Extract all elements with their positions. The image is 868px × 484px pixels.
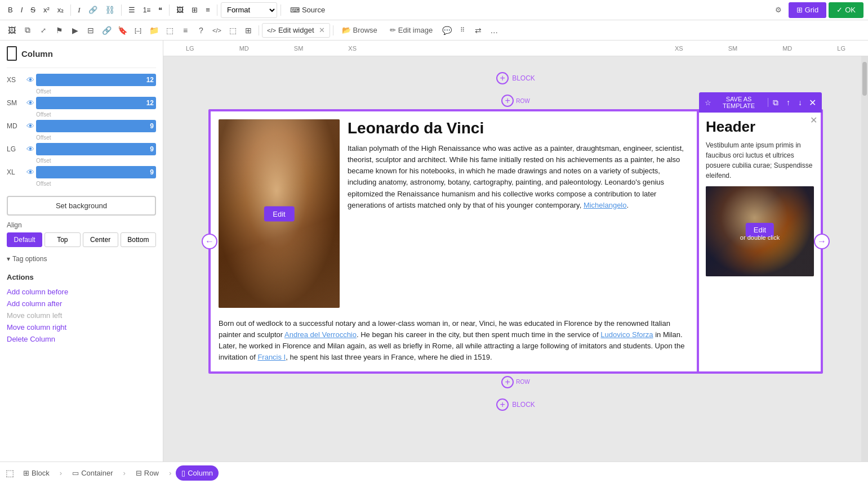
bp-label-md: MD <box>7 122 25 130</box>
tb2-folder-icon[interactable]: 📁 <box>146 23 161 38</box>
tb2-image-icon[interactable]: 🖼 <box>5 23 19 38</box>
tb2-flag-icon[interactable]: ⚑ <box>52 23 66 38</box>
michelangelo-link[interactable]: Michelangelo <box>584 201 627 209</box>
col-nav-right-button[interactable]: → <box>814 234 830 249</box>
bp-bar-md[interactable]: 9 <box>36 120 156 132</box>
bp-bar-xs: XS <box>348 45 357 52</box>
align-top-button[interactable]: Top <box>44 232 80 247</box>
tb2-move-icon[interactable]: ⤢ <box>36 23 51 38</box>
leo-edit-button[interactable]: Edit <box>264 206 294 221</box>
tb2-copy-icon[interactable]: ⧉ <box>20 23 35 38</box>
ol-button[interactable]: 1≡ <box>140 2 154 18</box>
move-column-right-link[interactable]: Move column right <box>7 321 156 333</box>
browse-button[interactable]: 📂 Browse <box>336 23 383 38</box>
tb2-widget-icon[interactable]: ⬚ <box>225 23 240 38</box>
tb2-grid-icon[interactable]: ⊟ <box>83 23 98 38</box>
quote-button[interactable]: ❝ <box>155 2 166 18</box>
superscript-button[interactable]: x² <box>40 2 53 18</box>
vertical-scrollbar[interactable] <box>861 56 868 461</box>
settings-button[interactable]: ⚙ <box>771 2 786 18</box>
add-block-bottom[interactable]: + BLOCK <box>197 394 834 415</box>
breadcrumb-row[interactable]: ⊟ Row <box>130 465 164 481</box>
edit-widget-button[interactable]: </> Edit widget ✕ <box>262 23 330 38</box>
ul-button[interactable]: ☰ <box>125 2 139 18</box>
block-bc-icon: ⊞ <box>23 469 29 477</box>
col-nav-left-button[interactable]: ← <box>202 234 217 249</box>
bp-bar-xs[interactable]: 12 <box>36 74 156 86</box>
tb2-more-icon[interactable]: … <box>487 23 501 38</box>
tb2-dialog-icon[interactable]: 💬 <box>439 23 454 38</box>
tag-options-row[interactable]: ▾ Tag options <box>7 253 156 265</box>
rct-close-button[interactable]: ✕ <box>807 97 818 108</box>
add-block-top[interactable]: + BLOCK <box>197 68 834 89</box>
add-block-circle-top[interactable]: + <box>496 72 509 84</box>
bp-bar-sm[interactable]: 12 <box>36 97 156 109</box>
sforza-link[interactable]: Ludovico Sforza <box>600 330 653 339</box>
bold-button[interactable]: B <box>5 2 16 18</box>
francis-link[interactable]: Francis I <box>257 353 286 361</box>
verrocchio-link[interactable]: Andrea del Verrocchio <box>284 330 357 339</box>
breadcrumb-container[interactable]: ▭ Container <box>66 465 118 481</box>
bp-eye-lg[interactable]: 👁 <box>25 145 36 154</box>
italic-button[interactable]: I <box>17 2 26 18</box>
align-bottom-button[interactable]: Bottom <box>121 232 156 247</box>
bp-value-lg: 9 <box>150 145 154 153</box>
canvas-wrapper: + BLOCK + ROW ← <box>163 56 868 461</box>
right-col-close-button[interactable]: ✕ <box>810 115 817 126</box>
bp-eye-md[interactable]: 👁 <box>25 122 36 131</box>
image-button[interactable]: 🖼 <box>173 2 187 18</box>
edit-image-button[interactable]: ✏ Edit image <box>384 23 438 38</box>
align-button[interactable]: ≡ <box>202 2 213 18</box>
rct-up-button[interactable]: ↑ <box>783 97 794 108</box>
delete-column-link[interactable]: Delete Column <box>7 333 156 345</box>
add-column-after-link[interactable]: Add column after <box>7 298 156 310</box>
unlink-button[interactable]: ⛓️ <box>102 2 118 18</box>
browse-icon: 📂 <box>342 26 351 34</box>
tb2-translate-icon[interactable]: ⇄ <box>471 23 486 38</box>
tb2-code-icon[interactable]: </> <box>210 23 224 38</box>
bp-row-xs: XS 👁 12 <box>7 74 156 86</box>
grid-button[interactable]: ⊞ Grid <box>789 2 827 18</box>
tb2-gallery-icon[interactable]: ⬚ <box>162 23 177 38</box>
align-default-button[interactable]: Default <box>7 232 42 247</box>
toolbar-top: B I S x² x₂ I 🔗 ⛓️ ☰ 1≡ ❝ 🖼 ⊞ ≡ Format ⌨… <box>0 0 868 20</box>
subscript-button[interactable]: x₂ <box>54 2 68 18</box>
tb2-bookmark-icon[interactable]: 🔖 <box>115 23 130 38</box>
source-button[interactable]: ⌨ Source <box>284 2 331 18</box>
save-template-button[interactable]: ☆ SAVE AS TEMPLATE <box>702 95 767 110</box>
breadcrumb-column[interactable]: ▯ Column <box>176 465 219 481</box>
align-center-button[interactable]: Center <box>83 232 118 247</box>
bp-bar-xl[interactable]: 9 <box>36 166 156 178</box>
row-add-top-button[interactable]: + <box>501 95 514 107</box>
tb2-tag-icon[interactable]: [–] <box>131 23 145 38</box>
add-block-circle-bottom[interactable]: + <box>496 398 509 411</box>
set-background-button[interactable]: Set background <box>7 196 156 216</box>
bp-bar-lg[interactable]: 9 <box>36 143 156 155</box>
rct-copy-button[interactable]: ⧉ <box>769 97 782 109</box>
link-button[interactable]: 🔗 <box>85 2 101 18</box>
toolbar-second: 🖼 ⧉ ⤢ ⚑ ▶ ⊟ 🔗 🔖 [–] 📁 ⬚ ≡ ? </> ⬚ ⊞ </> … <box>0 20 868 41</box>
tb2-puzzle-icon[interactable]: ⊞ <box>241 23 256 38</box>
row-add-bottom-button[interactable]: + <box>501 376 514 388</box>
bp-eye-sm[interactable]: 👁 <box>25 98 36 107</box>
scrollbar-thumb[interactable] <box>862 62 867 96</box>
strikethrough-button[interactable]: S <box>27 2 39 18</box>
row-bc-icon: ⊟ <box>136 469 142 477</box>
tb2-link2-icon[interactable]: 🔗 <box>99 23 114 38</box>
bp-eye-xs[interactable]: 👁 <box>25 75 36 84</box>
tb2-list-icon[interactable]: ≡ <box>178 23 193 38</box>
rct-down-button[interactable]: ↓ <box>795 97 805 108</box>
add-column-before-link[interactable]: Add column before <box>7 286 156 298</box>
table-button[interactable]: ⊞ <box>188 2 201 18</box>
tb2-barcode-icon[interactable]: ⠿ <box>455 23 470 38</box>
ok-button[interactable]: ✓ OK <box>829 2 863 18</box>
italic2-button[interactable]: I <box>74 2 83 18</box>
tb2-question-icon[interactable]: ? <box>194 23 208 38</box>
tb2-play-icon[interactable]: ▶ <box>68 23 82 38</box>
bp-eye-xl[interactable]: 👁 <box>25 168 36 177</box>
format-select[interactable]: Format <box>221 2 277 18</box>
breadcrumb-block[interactable]: ⊞ Block <box>17 465 55 481</box>
column-icon <box>7 46 17 61</box>
canvas-scroll[interactable]: + BLOCK + ROW ← <box>163 56 868 461</box>
column-title: Column <box>21 49 53 59</box>
